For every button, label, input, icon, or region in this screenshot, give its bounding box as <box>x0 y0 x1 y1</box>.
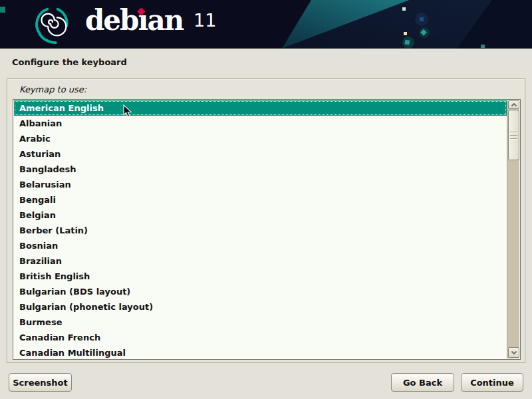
list-item[interactable]: American English <box>14 100 507 116</box>
banner-decoration <box>0 0 532 49</box>
scrollbar[interactable] <box>507 100 519 358</box>
list-item[interactable]: Canadian Multilingual <box>14 345 507 358</box>
scroll-down-button[interactable] <box>508 347 519 358</box>
chevron-up-icon <box>510 102 518 108</box>
list-item[interactable]: Berber (Latin) <box>14 223 507 238</box>
list-item[interactable]: Belarusian <box>14 177 507 192</box>
debian-wordmark-text: debıan <box>85 7 183 35</box>
scroll-up-button[interactable] <box>508 100 519 109</box>
screenshot-button[interactable]: Screenshot <box>9 373 72 392</box>
keymap-listbox: American EnglishAlbanianArabicAsturianBa… <box>13 99 521 360</box>
go-back-button[interactable]: Go Back <box>391 373 454 392</box>
page-title: Configure the keyboard <box>12 57 127 67</box>
list-item[interactable]: Bulgarian (BDS layout) <box>14 284 507 299</box>
list-item[interactable]: Burmese <box>14 315 507 330</box>
list-item[interactable]: Bulgarian (phonetic layout) <box>14 299 507 315</box>
list-item[interactable]: Canadian French <box>14 330 507 345</box>
keymap-list: American EnglishAlbanianArabicAsturianBa… <box>14 100 507 358</box>
list-item[interactable]: Bosnian <box>14 238 507 253</box>
debian-version: 11 <box>194 11 216 29</box>
list-item[interactable]: Belgian <box>14 207 507 223</box>
list-item[interactable]: British English <box>14 269 507 284</box>
list-item[interactable]: Arabic <box>14 131 507 146</box>
keyboard-config-panel: Keymap to use: American EnglishAlbanianA… <box>7 78 525 363</box>
list-item[interactable]: Bangladesh <box>14 162 507 177</box>
keymap-question-label: Keymap to use: <box>19 84 86 94</box>
chevron-down-icon <box>510 350 518 355</box>
list-item[interactable]: Albanian <box>14 116 507 131</box>
list-item[interactable]: Bengali <box>14 192 507 207</box>
installer-banner: debıan 11 <box>0 0 532 49</box>
debian-logo-icon <box>31 3 72 46</box>
scrollbar-thumb[interactable] <box>508 110 519 160</box>
list-item[interactable]: Asturian <box>14 146 507 162</box>
continue-button[interactable]: Continue <box>461 373 523 392</box>
list-item[interactable]: Brazilian <box>14 253 507 269</box>
